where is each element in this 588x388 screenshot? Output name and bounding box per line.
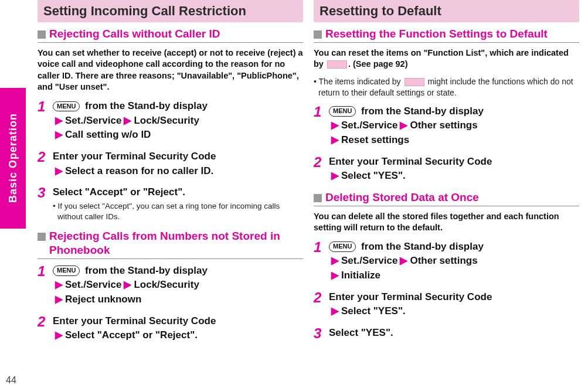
- step-body: Select "YES".: [329, 326, 579, 341]
- step-text: Enter your Terminal Security Code: [329, 291, 492, 302]
- arrow-icon: ▶: [124, 115, 131, 126]
- step-line: Other settings: [410, 255, 477, 266]
- step-line: Set./Service: [341, 120, 397, 131]
- step-line: Other settings: [410, 120, 477, 131]
- step-text: from the Stand-by display: [358, 105, 483, 117]
- step-text: from the Stand-by display: [82, 265, 207, 276]
- step-number: 2: [38, 315, 53, 343]
- step-line: Set./Service: [341, 255, 397, 266]
- step-body: MENU from the Stand-by display ▶Set./Ser…: [53, 264, 303, 307]
- step-line: Set./Service: [65, 115, 121, 126]
- arrow-icon: ▶: [331, 170, 339, 181]
- step-body: MENU from the Stand-by display ▶Set./Ser…: [53, 99, 303, 142]
- intro-text: You can set whether to receive (accept) …: [38, 47, 303, 93]
- arrow-icon: ▶: [400, 120, 407, 131]
- arrow-icon: ▶: [55, 329, 63, 341]
- section-title-left: Setting Incoming Call Restriction: [38, 0, 303, 22]
- step-text: from the Stand-by display: [82, 100, 207, 111]
- step-note: If you select "Accept", you can set a ri…: [53, 201, 303, 222]
- bullet-square-icon: [38, 233, 46, 241]
- step-number: 3: [38, 186, 53, 222]
- step: 1 MENU from the Stand-by display ▶Set./S…: [314, 104, 579, 148]
- step-number: 2: [314, 155, 329, 183]
- step: 1 MENU from the Stand-by display ▶Set./S…: [38, 264, 303, 307]
- arrow-icon: ▶: [55, 165, 63, 176]
- note-pre: The items indicated by: [319, 77, 403, 86]
- arrow-icon: ▶: [331, 255, 339, 266]
- subsection-title: Resetting the Function Settings to Defau…: [325, 27, 548, 41]
- arrow-icon: ▶: [331, 270, 339, 281]
- content-columns: Setting Incoming Call Restriction Reject…: [35, 0, 588, 388]
- menu-key-icon: MENU: [329, 106, 356, 117]
- step: 3 Select "YES".: [314, 326, 579, 341]
- menu-key-icon: MENU: [53, 101, 80, 112]
- intro-text: You can reset the items on "Function Lis…: [314, 47, 579, 70]
- subsection-title: Deleting Stored Data at Once: [325, 190, 479, 205]
- pink-swatch-icon: [405, 78, 424, 86]
- step-number: 2: [314, 291, 329, 319]
- step-line: Initialize: [341, 270, 380, 281]
- bullet-square-icon: [38, 30, 46, 39]
- subsection-heading: Deleting Stored Data at Once: [314, 190, 579, 206]
- step-line: Reject unknown: [65, 294, 141, 305]
- step-body: Enter your Terminal Security Code ▶Selec…: [329, 290, 579, 319]
- step: 2 Enter your Terminal Security Code ▶Sel…: [314, 155, 579, 183]
- arrow-icon: ▶: [400, 255, 407, 266]
- intro-text: You can delete all the stored files toge…: [314, 211, 579, 234]
- step: 2 Enter your Terminal Security Code ▶Sel…: [38, 149, 303, 178]
- side-tab-label: Basic Operation: [7, 113, 19, 203]
- step-line: Set./Service: [65, 279, 121, 290]
- step-body: Enter your Terminal Security Code ▶Selec…: [53, 314, 303, 343]
- step-body: MENU from the Stand-by display ▶Set./Ser…: [329, 104, 579, 148]
- arrow-icon: ▶: [55, 294, 63, 305]
- subsection-heading: Rejecting Calls without Caller ID: [38, 27, 303, 43]
- bullet-square-icon: [314, 194, 322, 202]
- arrow-icon: ▶: [331, 134, 339, 145]
- subsection-heading: Rejecting Calls from Numbers not Stored …: [38, 229, 303, 259]
- intro-post: . (See page 92): [348, 59, 408, 69]
- step-text: Select "Accept" or "Reject".: [53, 186, 185, 198]
- page-number: 44: [6, 375, 16, 386]
- step-text: Enter your Terminal Security Code: [53, 151, 216, 162]
- menu-key-icon: MENU: [53, 266, 80, 276]
- step-body: Select "Accept" or "Reject". If you sele…: [53, 185, 303, 222]
- step-line: Reset settings: [341, 134, 409, 145]
- step-text: Select "YES".: [329, 327, 393, 338]
- subsection-title: Rejecting Calls without Caller ID: [49, 27, 220, 41]
- step-line: Select "YES".: [341, 305, 406, 316]
- arrow-icon: ▶: [55, 129, 63, 140]
- note-text: The items indicated by might include the…: [314, 76, 579, 98]
- step: 1 MENU from the Stand-by display ▶Set./S…: [314, 240, 579, 283]
- section-title-right: Resetting to Default: [314, 0, 579, 22]
- step-number: 1: [314, 105, 329, 148]
- step-line: Select "Accept" or "Reject".: [65, 329, 198, 341]
- step-line: Lock/Security: [134, 115, 199, 126]
- arrow-icon: ▶: [124, 279, 131, 290]
- side-tab: Basic Operation: [0, 88, 26, 229]
- step: 2 Enter your Terminal Security Code ▶Sel…: [314, 290, 579, 319]
- step-number: 3: [314, 326, 329, 341]
- step-line: Lock/Security: [134, 279, 199, 290]
- arrow-icon: ▶: [331, 305, 339, 316]
- step-text: Enter your Terminal Security Code: [329, 156, 492, 167]
- step-body: Enter your Terminal Security Code ▶Selec…: [53, 149, 303, 178]
- left-column: Setting Incoming Call Restriction Reject…: [35, 0, 311, 388]
- pink-swatch-icon: [327, 60, 347, 69]
- step: 1 MENU from the Stand-by display ▶Set./S…: [38, 99, 303, 142]
- bullet-square-icon: [314, 30, 322, 39]
- step-number: 1: [38, 264, 53, 307]
- step-number: 1: [38, 100, 53, 142]
- step-number: 2: [38, 150, 53, 178]
- step-line: Select a reason for no caller ID.: [65, 165, 213, 176]
- arrow-icon: ▶: [331, 120, 339, 131]
- step-body: Enter your Terminal Security Code ▶Selec…: [329, 155, 579, 183]
- menu-key-icon: MENU: [329, 241, 356, 252]
- right-column: Resetting to Default Resetting the Funct…: [311, 0, 587, 388]
- subsection-heading: Resetting the Function Settings to Defau…: [314, 27, 579, 43]
- arrow-icon: ▶: [55, 279, 63, 290]
- step-line: Call setting w/o ID: [65, 129, 151, 140]
- step-text: from the Stand-by display: [358, 241, 483, 252]
- step-line: Select "YES".: [341, 170, 406, 181]
- step-body: MENU from the Stand-by display ▶Set./Ser…: [329, 240, 579, 283]
- step-text: Enter your Terminal Security Code: [53, 315, 216, 326]
